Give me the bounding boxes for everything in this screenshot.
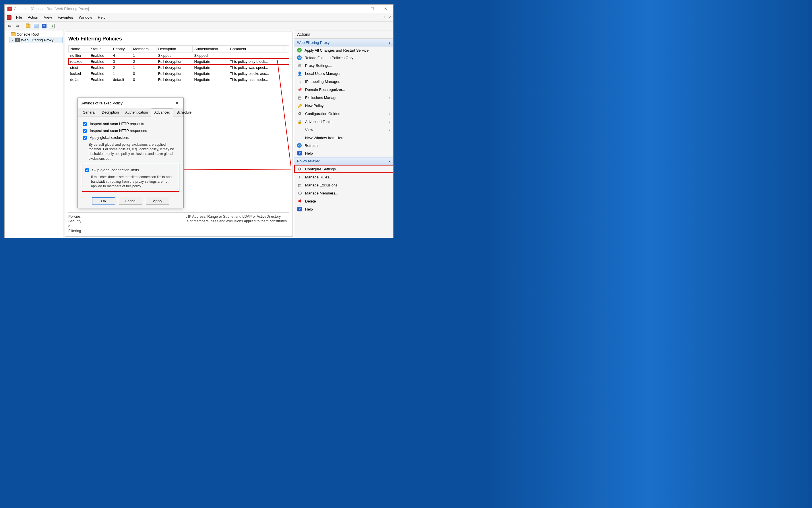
menu-file[interactable]: File [13,14,25,20]
tab-general[interactable]: General [80,109,98,117]
properties-button[interactable] [33,23,40,30]
mdi-close[interactable]: ✕ [387,14,393,20]
action-label: Manage Members... [305,191,338,195]
tab-advanced[interactable]: Advanced [151,109,173,117]
mono-icon: ▤ [297,182,302,187]
action-label: Proxy Settings... [305,64,332,68]
action-item[interactable]: ⟳Reload Filtering Policies Only [294,54,393,61]
col-priority[interactable]: Priority [111,46,131,52]
blue-reload-icon: ⟳ [297,55,302,60]
ok-button[interactable]: OK [92,197,115,205]
table-row[interactable]: lockedEnabled10Full decryptionNegotiateT… [69,71,289,77]
run-button[interactable] [49,23,56,30]
close-button[interactable]: ✕ [379,5,392,13]
action-item[interactable]: New Window from Here [294,134,393,142]
actions-group-proxy[interactable]: Web Filtering Proxy ▴ [294,39,393,46]
chk-apply-global-exclusions[interactable]: Apply global exclusions [82,135,179,140]
action-item[interactable]: TManage Rules... [294,173,393,181]
col-decryption[interactable]: Decryption [156,46,193,52]
menubar-app-icon [7,15,11,20]
actions-panel: Actions Web Filtering Proxy ▴ ✓Apply All… [294,30,393,238]
action-item[interactable]: 🖵Manage Members... [294,189,393,197]
cancel-button[interactable]: Cancel [119,197,143,205]
actions-title: Actions [294,30,393,39]
minimize-button[interactable]: — [353,5,366,13]
col-auth[interactable]: Authentication [193,46,228,52]
action-label: Reload Filtering Policies Only [304,56,353,60]
tree-node-label: Web Filtering Proxy [21,38,53,42]
col-name[interactable]: Name [69,46,89,52]
mdi-restore[interactable]: ❐ [380,14,387,20]
checkbox[interactable] [83,122,87,126]
tree-node-proxy[interactable]: › Web Filtering Proxy [9,37,63,43]
checkbox[interactable] [85,168,89,172]
folder-icon [11,32,15,36]
chk-inspect-requests[interactable]: Inspect and scan HTTP requests [82,122,179,127]
menu-help[interactable]: Help [95,14,109,20]
table-row[interactable]: strictEnabled21Full decryptionNegotiateT… [69,65,289,71]
action-item[interactable]: ⟳Refresh [294,142,393,149]
action-label: Local Users Manager... [305,72,343,76]
chk-inspect-responses[interactable]: Inspect and scan HTTP responses [82,128,179,134]
green-check-icon: ✓ [297,48,302,52]
help-button[interactable]: ? [41,23,48,30]
action-item[interactable]: ?Help [294,205,393,213]
action-label: Manage Rules... [305,175,332,179]
action-item[interactable]: ✓Apply All Changes and Restart Service [294,46,393,54]
action-item[interactable]: ✖Delete [294,197,393,205]
mono-icon: 👤 [297,71,302,76]
settings-dialog: Settings of relaxed Policy ✕ General Dec… [78,97,184,208]
action-label: Configuration Guides [305,112,340,116]
up-folder-button[interactable] [25,23,32,30]
chevron-right-icon: ▸ [389,112,390,115]
chk-skip-global-limits[interactable]: Skip global connection limits [84,168,177,173]
action-item[interactable]: 🔒Advanced Tools▸ [294,118,393,126]
action-item[interactable]: ⌂IP Labeling Manager... [294,78,393,85]
col-members[interactable]: Members [131,46,156,52]
table-row[interactable]: relaxedEnabled32Full decryptionNegotiate… [69,58,289,65]
dialog-close-button[interactable]: ✕ [174,100,180,106]
col-status[interactable]: Status [89,46,111,52]
action-item[interactable]: ⊞Proxy Settings... [294,61,393,70]
mono-icon: 🖵 [297,190,302,196]
mono-icon: 📌 [297,87,302,92]
tree-root[interactable]: Console Root [5,32,63,37]
table-row[interactable]: defaultEnableddefault0Full decryptionNeg… [69,77,289,83]
table-row[interactable]: nofilterEnabled41SkippedSkipped [69,52,289,59]
action-item[interactable]: 👤Local Users Manager... [294,70,393,78]
action-item[interactable]: ⚙Configure Settings... [294,165,393,173]
menu-action[interactable]: Action [25,14,41,20]
mono-icon: ⚙ [297,166,302,172]
maximize-button[interactable]: ☐ [366,5,379,13]
nav-forward-button[interactable]: ➡ [14,23,21,30]
checkbox[interactable] [83,136,87,140]
menu-view[interactable]: View [41,14,55,20]
action-item[interactable]: ▤Manage Exclusions... [294,181,393,189]
help-icon: ? [297,207,302,212]
mdi-minimize[interactable]: – [374,14,380,20]
action-item[interactable]: View▸ [294,126,393,134]
action-item[interactable]: ?Help [294,149,393,157]
description-area: Policies , IP Address, Range or Subnet a… [68,212,289,234]
tab-schedule[interactable]: Schedule [173,109,195,117]
action-item[interactable]: ▤Exclusions Manager▸ [294,93,393,101]
apply-button[interactable]: Apply [146,197,169,205]
action-item[interactable]: ❂Configuration Guides▸ [294,110,393,118]
tree-twisty-icon[interactable]: › [11,38,14,42]
nav-back-button[interactable]: ⬅ [6,23,13,30]
tab-authentication[interactable]: Authentication [122,109,151,117]
checkbox[interactable] [83,129,87,133]
mono-icon: ⌂ [297,79,302,84]
col-comment[interactable]: Comment [228,46,284,52]
action-item[interactable]: 📌Domain Recategorizer... [294,85,393,93]
menubar: File Action View Favorites Window Help –… [5,13,393,22]
action-label: Advanced Tools [305,120,331,124]
actions-group-policy[interactable]: Policy relaxed ▴ [294,157,393,165]
menu-favorites[interactable]: Favorites [55,14,76,20]
tab-decryption[interactable]: Decryption [98,109,122,117]
action-item[interactable]: 🔑New Policy [294,101,393,110]
toolbar: ⬅ ➡ ? [5,22,393,30]
action-label: Refresh [304,143,318,148]
dialog-tabs: General Decryption Authentication Advanc… [78,108,184,116]
menu-window[interactable]: Window [76,14,95,20]
